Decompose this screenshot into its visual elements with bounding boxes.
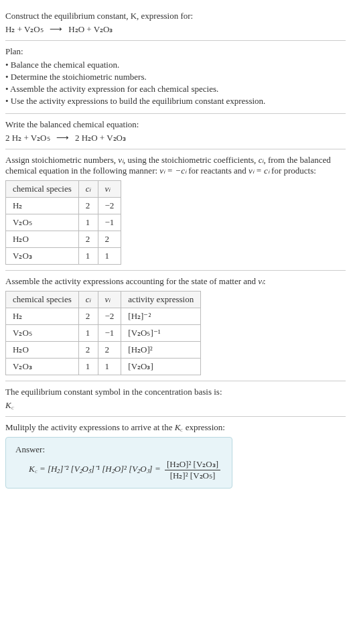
table-row: H₂2−2 <box>6 198 121 214</box>
eq-right: H₂O + V₂O₃ <box>68 24 113 34</box>
cell-activity: [H₂O]² <box>121 342 201 359</box>
cell-c: 1 <box>78 248 98 265</box>
cell-activity: [H₂]⁻² <box>121 308 201 325</box>
cell-c: 2 <box>78 308 98 325</box>
section-answer: Mulitply the activity expressions to arr… <box>5 417 346 494</box>
cell-c: 2 <box>78 342 98 359</box>
ans-title-p1: Mulitply the activity expressions to arr… <box>5 422 175 432</box>
table-row: V₂O₅1−1[V₂O₅]⁻¹ <box>6 325 201 342</box>
balanced-equation: 2 H₂ + V₂O₅ ⟶ 2 H₂O + V₂O₃ <box>5 133 346 143</box>
table-row: V₂O₃11[V₂O₃] <box>6 359 201 375</box>
cell-nu: 1 <box>98 248 121 265</box>
table-row: V₂O₃11 <box>6 248 121 265</box>
section-stoich: Assign stoichiometric numbers, νᵢ, using… <box>5 149 346 271</box>
cell-c: 1 <box>78 325 98 342</box>
nu-i-symbol: νᵢ <box>118 155 123 165</box>
cell-nu: 1 <box>98 359 121 375</box>
cell-species: H₂ <box>6 198 79 214</box>
construct-title: Construct the equilibrium constant, K, e… <box>5 11 346 21</box>
kc-symbol: K꜀ <box>175 422 184 432</box>
cell-c: 2 <box>78 231 98 248</box>
cell-species: V₂O₅ <box>6 325 79 342</box>
cell-nu: −2 <box>98 308 121 325</box>
plan-item-2: • Determine the stoichiometric numbers. <box>5 72 346 82</box>
cell-activity: [V₂O₅]⁻¹ <box>121 325 201 342</box>
unbalanced-equation: H₂ + V₂O₅ ⟶ H₂O + V₂O₃ <box>5 24 346 35</box>
stoich-table: chemical species cᵢ νᵢ H₂2−2 V₂O₅1−1 H₂O… <box>5 180 121 265</box>
nu-i-symbol: νᵢ <box>258 276 263 286</box>
rel2: νᵢ = cᵢ <box>249 166 269 176</box>
plan-list: • Balance the chemical equation. • Deter… <box>5 60 346 107</box>
section-plan: Plan: • Balance the chemical equation. •… <box>5 41 346 114</box>
fraction-denominator: [H₂]² [V₂O₅] <box>165 470 220 481</box>
intro-p2: , using the stoichiometric coefficients, <box>123 155 259 165</box>
cell-c: 1 <box>78 359 98 375</box>
cell-species: H₂ <box>6 308 79 325</box>
activity-table: chemical species cᵢ νᵢ activity expressi… <box>5 291 201 375</box>
bal-eq-left: 2 H₂ + V₂O₅ <box>5 133 50 143</box>
construct-title-text: Construct the equilibrium constant, K, e… <box>5 11 193 21</box>
col-ci: cᵢ <box>78 292 98 308</box>
table-row: H₂O22 <box>6 231 121 248</box>
table-row: H₂2−2[H₂]⁻² <box>6 308 201 325</box>
answer-box: Answer: K꜀ = [H₂]⁻² [V₂O₅]⁻¹ [H₂O]² [V₂O… <box>5 437 232 489</box>
col-nui: νᵢ <box>98 181 121 198</box>
stoich-intro: Assign stoichiometric numbers, νᵢ, using… <box>5 155 346 176</box>
activity-title: Assemble the activity expressions accoun… <box>5 276 346 287</box>
table-row: V₂O₅1−1 <box>6 214 121 231</box>
fraction-numerator: [H₂O]² [V₂O₃] <box>165 459 220 470</box>
cell-c: 2 <box>78 198 98 214</box>
cell-activity: [V₂O₃] <box>121 359 201 375</box>
answer-fraction: [H₂O]² [V₂O₃][H₂]² [V₂O₅] <box>165 459 220 481</box>
cell-nu: 2 <box>98 231 121 248</box>
col-species: chemical species <box>6 181 79 198</box>
answer-lhs: K꜀ = [H₂]⁻² [V₂O₅]⁻¹ [H₂O]² [V₂O₃] = <box>29 464 163 474</box>
section-symbol: The equilibrium constant symbol in the c… <box>5 381 346 417</box>
plan-item-1: • Balance the chemical equation. <box>5 60 346 70</box>
kc-symbol: K꜀ <box>5 400 346 411</box>
table-header-row: chemical species cᵢ νᵢ activity expressi… <box>6 292 201 308</box>
answer-label: Answer: <box>15 444 222 455</box>
eq-left: H₂ + V₂O₅ <box>5 24 44 34</box>
cell-nu: −2 <box>98 198 121 214</box>
plan-item-4: • Use the activity expressions to build … <box>5 96 346 107</box>
act-title-p2: : <box>263 276 266 286</box>
cell-species: H₂O <box>6 231 79 248</box>
balanced-title: Write the balanced chemical equation: <box>5 119 346 130</box>
arrow-icon: ⟶ <box>56 133 69 143</box>
col-ci: cᵢ <box>78 181 98 198</box>
cell-nu: 2 <box>98 342 121 359</box>
table-header-row: chemical species cᵢ νᵢ <box>6 181 121 198</box>
act-title-p1: Assemble the activity expressions accoun… <box>5 276 258 286</box>
ans-title-p2: expression: <box>183 422 224 432</box>
symbol-title: The equilibrium constant symbol in the c… <box>5 387 346 397</box>
answer-expression: K꜀ = [H₂]⁻² [V₂O₅]⁻¹ [H₂O]² [V₂O₃] = [H₂… <box>15 459 222 481</box>
arrow-icon: ⟶ <box>50 24 62 34</box>
section-activity: Assemble the activity expressions accoun… <box>5 271 346 381</box>
intro-p4: for reactants and <box>186 166 249 176</box>
section-balanced: Write the balanced chemical equation: 2 … <box>5 114 346 149</box>
plan-item-3: • Assemble the activity expression for e… <box>5 84 346 94</box>
cell-species: V₂O₃ <box>6 359 79 375</box>
table-row: H₂O22[H₂O]² <box>6 342 201 359</box>
rel1: νᵢ = −cᵢ <box>159 166 186 176</box>
col-nui: νᵢ <box>98 292 121 308</box>
col-activity: activity expression <box>121 292 201 308</box>
cell-species: V₂O₅ <box>6 214 79 231</box>
cell-nu: −1 <box>98 325 121 342</box>
col-species: chemical species <box>6 292 79 308</box>
cell-species: V₂O₃ <box>6 248 79 265</box>
intro-p1: Assign stoichiometric numbers, <box>5 155 118 165</box>
answer-title: Mulitply the activity expressions to arr… <box>5 422 346 433</box>
intro-p5: for products: <box>269 166 316 176</box>
cell-species: H₂O <box>6 342 79 359</box>
cell-nu: −1 <box>98 214 121 231</box>
cell-c: 1 <box>78 214 98 231</box>
section-construct: Construct the equilibrium constant, K, e… <box>5 5 346 41</box>
plan-title: Plan: <box>5 46 346 57</box>
bal-eq-right: 2 H₂O + V₂O₃ <box>75 133 126 143</box>
